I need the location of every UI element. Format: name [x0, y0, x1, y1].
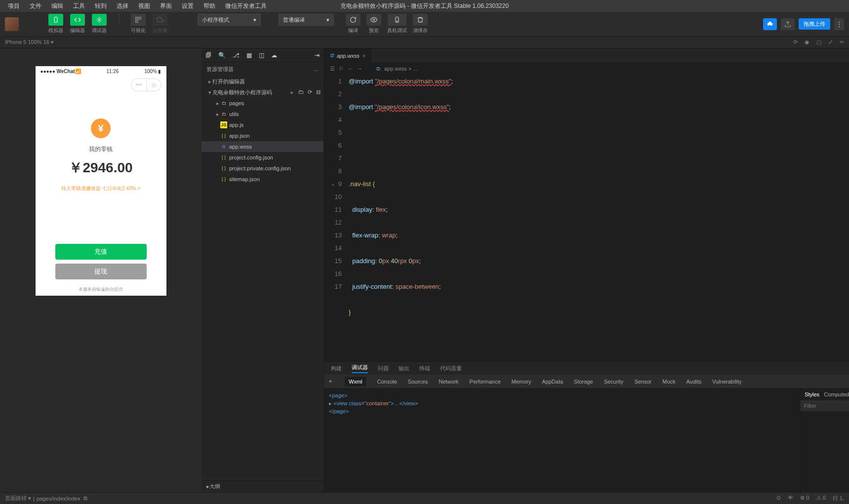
debug-tab-代码质量[interactable]: 代码质量 [440, 365, 462, 372]
real-debug-button[interactable] [388, 14, 406, 26]
more-button[interactable]: ⋮ [834, 18, 844, 30]
editor-button[interactable] [70, 14, 85, 26]
collapse-icon[interactable]: ⇥ [315, 52, 320, 59]
recharge-button[interactable]: 充值 [55, 244, 147, 260]
open-editors-section[interactable]: ▸打开的编辑器 [202, 76, 323, 87]
debugger-button[interactable] [92, 14, 107, 26]
new-file-icon[interactable]: ＋ [289, 89, 294, 96]
wxml-panel[interactable]: <page> ▸ <view class="container">…</view… [324, 388, 800, 492]
menu-tool[interactable]: 工具 [69, 1, 89, 11]
collapse-tree-icon[interactable]: ⊟ [316, 89, 321, 96]
devtab-Mock[interactable]: Mock [662, 379, 675, 385]
debug-tab-调试器[interactable]: 调试器 [352, 364, 368, 373]
code-editor[interactable]: 1234567891011121314151617 @import "/page… [324, 74, 849, 361]
device-icon[interactable]: ▢ [816, 39, 821, 45]
devtab-Vulnerability[interactable]: Vulnerability [712, 379, 742, 385]
record-icon[interactable]: ◉ [805, 39, 809, 45]
compile-mode-dropdown[interactable]: 普通编译▾ [279, 14, 334, 26]
menu-goto[interactable]: 转到 [91, 1, 111, 11]
devtab-Performance[interactable]: Performance [470, 379, 501, 385]
menu-view[interactable]: 视图 [134, 1, 154, 11]
clear-cache-button[interactable] [413, 14, 428, 26]
tree-item-project.private.config.json[interactable]: { }project.private.config.json [202, 163, 323, 174]
devtab-Audits[interactable]: Audits [687, 379, 702, 385]
devtab-Network[interactable]: Network [439, 379, 458, 385]
debug-tab-问题[interactable]: 问题 [378, 365, 389, 372]
tree-item-utils[interactable]: ▸🗀utils [202, 109, 323, 119]
withdraw-button[interactable]: 提现 [55, 264, 147, 279]
bc-bookmark-icon[interactable]: ⚐ [339, 66, 344, 72]
mode-dropdown[interactable]: 小程序模式▾ [198, 14, 261, 26]
tree-item-sitemap.json[interactable]: { }sitemap.json [202, 174, 323, 185]
db-icon[interactable]: ◫ [259, 52, 264, 59]
upload-button[interactable] [781, 18, 795, 30]
devtab-Sensor[interactable]: Sensor [634, 379, 651, 385]
drag-upload-button[interactable]: 拖拽上传 [799, 18, 830, 30]
cut-icon[interactable]: ✂ [840, 39, 844, 45]
search-icon[interactable]: 🔍 [218, 52, 226, 59]
cloud-button[interactable] [153, 14, 167, 26]
filter-input[interactable] [800, 400, 849, 411]
devtab-Security[interactable]: Security [604, 379, 624, 385]
close-tab-icon[interactable]: × [363, 53, 365, 59]
simulator-button[interactable] [48, 14, 63, 26]
project-section[interactable]: ▾充电余额特效小程序源码 ＋ 🗀 ⟳ ⊟ [202, 87, 323, 98]
devtab-Console[interactable]: Console [377, 379, 397, 385]
preview-button[interactable] [366, 14, 381, 26]
menu-interface[interactable]: 界面 [156, 1, 176, 11]
computed-tab[interactable]: Computed [824, 388, 849, 400]
tree-item-pages[interactable]: ▸🗀pages [202, 98, 323, 109]
ext-icon[interactable]: ▦ [246, 52, 252, 59]
capsule[interactable]: ••• ◎ [131, 78, 162, 91]
menu-settings[interactable]: 设置 [178, 1, 198, 11]
tree-item-app.wxss[interactable]: ⧉app.wxss [202, 141, 323, 152]
tree-item-project.config.json[interactable]: { }project.config.json [202, 152, 323, 163]
capsule-close-icon[interactable]: ◎ [146, 79, 161, 91]
explorer-more-icon[interactable]: … [313, 66, 319, 72]
bc-back-icon[interactable]: ← [348, 66, 353, 72]
menu-project[interactable]: 项目 [4, 1, 24, 11]
styles-tab[interactable]: Styles [800, 388, 824, 400]
devtab-Sources[interactable]: Sources [408, 379, 428, 385]
files-icon[interactable]: 🗐 [205, 52, 211, 59]
bc-fwd-icon[interactable]: → [357, 66, 363, 72]
debug-tab-输出[interactable]: 输出 [399, 365, 409, 372]
cloud2-icon[interactable]: ☁ [271, 52, 277, 59]
menu-select[interactable]: 选择 [113, 1, 132, 11]
debug-tab-终端[interactable]: 终端 [419, 365, 430, 372]
visual-button[interactable] [131, 14, 146, 26]
line-col[interactable]: 行 1, [833, 495, 844, 502]
menu-file[interactable]: 文件 [26, 1, 45, 11]
page-path-label[interactable]: 页面路径 ▾ [5, 495, 31, 502]
menu-help[interactable]: 帮助 [200, 1, 219, 11]
tree-item-app.js[interactable]: JSapp.js [202, 119, 323, 130]
menu-edit[interactable]: 编辑 [47, 1, 67, 11]
tree-item-app.json[interactable]: { }app.json [202, 130, 323, 141]
capsule-menu-icon[interactable]: ••• [131, 79, 146, 91]
rotate-icon[interactable]: ⤢ [828, 39, 833, 45]
devtab-Memory[interactable]: Memory [512, 379, 531, 385]
devtab-Storage[interactable]: Storage [574, 379, 593, 385]
outline-section[interactable]: ▸大纲 [202, 480, 323, 492]
new-folder-icon[interactable]: 🗀 [298, 89, 304, 96]
inspect-icon[interactable]: ⌖ [329, 378, 332, 385]
cloud-upload-icon[interactable] [763, 18, 777, 30]
status-warnings[interactable]: ⚠ 0 [816, 495, 826, 502]
compile-button[interactable] [346, 14, 361, 26]
menu-wxdevtools[interactable]: 微信开发者工具 [221, 1, 271, 11]
bc-collapse-icon[interactable]: ☰ [330, 66, 335, 72]
debug-tab-构建[interactable]: 构建 [331, 365, 342, 372]
branch-icon[interactable]: ⎇ [233, 52, 240, 59]
balance-tip[interactable]: 转入零钱通赚收益 七日年化2.43% > [61, 185, 140, 192]
devtab-Wxml[interactable]: Wxml [345, 377, 366, 387]
breadcrumb-path[interactable]: app.wxss > ... [384, 66, 418, 72]
avatar[interactable] [5, 17, 19, 31]
refresh-icon[interactable]: ⟳ [793, 39, 798, 45]
refresh-tree-icon[interactable]: ⟳ [308, 89, 312, 96]
editor-tab-appwxss[interactable]: ⧉ app.wxss × [324, 48, 371, 63]
devtab-AppData[interactable]: AppData [542, 379, 563, 385]
device-info[interactable]: iPhone 5 100% 16 ▾ [5, 39, 54, 45]
status-icon2[interactable]: 👁 [788, 495, 793, 502]
page-path[interactable]: pages/index/index [37, 496, 81, 502]
phone-preview[interactable]: ●●●●● WeChat📶 11:26 100% ▮ ••• ◎ ¥ 我的零钱 … [36, 66, 166, 296]
